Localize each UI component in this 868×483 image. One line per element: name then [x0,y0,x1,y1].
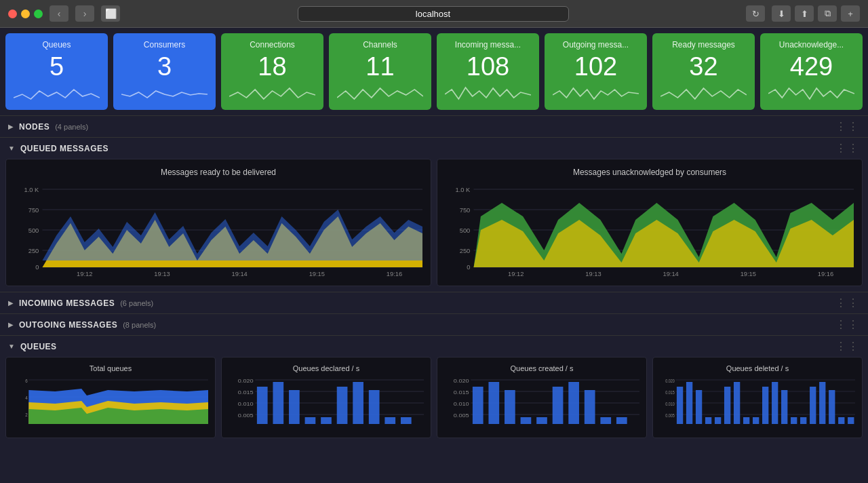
svg-rect-57 [353,382,363,424]
stat-label-ready: Ready messages [660,40,747,50]
download-button[interactable]: ⬇ [772,5,791,22]
svg-rect-75 [568,382,579,424]
svg-rect-56 [337,387,348,424]
stat-card-incoming[interactable]: Incoming messa... 108 [437,33,539,110]
svg-rect-89 [696,390,702,424]
stat-card-connections[interactable]: Connections 18 [221,33,323,110]
svg-text:0.010: 0.010 [454,402,469,407]
svg-rect-96 [762,387,768,424]
svg-text:0.015: 0.015 [665,389,675,395]
sparkline-outgoing [553,84,639,104]
svg-text:19:15: 19:15 [741,271,756,277]
queued-messages-title: QUEUED MESSAGES [20,144,108,153]
section-queued-messages[interactable]: ▼ QUEUED MESSAGES ⋮⋮ [0,137,868,159]
browser-actions: ⬇ ⬆ ⧉ + [772,5,860,22]
nodes-subtitle: (4 panels) [55,123,88,131]
svg-text:250: 250 [460,248,471,254]
svg-rect-97 [772,382,778,424]
svg-marker-28 [474,220,854,267]
chevron-queues-icon: ▼ [8,343,15,350]
svg-text:19:13: 19:13 [154,271,170,277]
queues-deleted-title: Queues deleted / s [660,364,855,372]
stat-value-channels: 11 [337,52,423,81]
incoming-dots-icon[interactable]: ⋮⋮ [835,296,860,309]
back-button[interactable]: ‹ [50,5,68,22]
fullscreen-button[interactable] [34,9,43,18]
svg-rect-88 [686,382,692,424]
chart-unack-title: Messages unacknowledged by consumers [446,168,854,177]
svg-rect-101 [810,387,816,424]
svg-text:250: 250 [28,248,39,254]
address-bar[interactable] [298,6,569,22]
queued-dots-icon[interactable]: ⋮⋮ [835,142,860,155]
svg-rect-105 [848,417,854,424]
chevron-nodes-icon: ▶ [8,123,14,130]
svg-rect-58 [369,390,380,424]
sparkline-ready [660,84,747,104]
svg-text:0.015: 0.015 [454,390,469,395]
section-incoming-messages[interactable]: ▶ INCOMING MESSAGES (6 panels) ⋮⋮ [0,292,868,313]
chart-unack-svg: 1.0 K 750 500 250 0 19:12 19:13 19:14 19… [446,182,854,277]
section-outgoing-messages[interactable]: ▶ OUTGOING MESSAGES (8 panels) ⋮⋮ [0,313,868,335]
stat-value-ready: 32 [660,52,747,81]
svg-text:0.010: 0.010 [665,401,675,406]
outgoing-dots-icon[interactable]: ⋮⋮ [835,318,860,331]
minimize-button[interactable] [21,9,30,18]
stat-card-queues[interactable]: Queues 5 [5,33,108,110]
stat-card-ready[interactable]: Ready messages 32 [652,33,755,110]
nodes-dots-icon[interactable]: ⋮⋮ [835,120,860,133]
svg-rect-92 [724,387,730,424]
stat-card-unack[interactable]: Unacknowledge... 429 [760,33,863,110]
share-button[interactable]: ⬆ [795,5,814,22]
section-nodes[interactable]: ▶ NODES (4 panels) ⋮⋮ [0,115,868,137]
sparkline-connections [229,84,315,104]
svg-rect-102 [819,382,825,424]
stat-value-incoming: 108 [445,52,531,81]
close-button[interactable] [8,9,17,18]
reload-button[interactable]: ↻ [746,5,765,22]
svg-text:19:13: 19:13 [585,271,601,277]
queues-deleted-area: 0.020 0.015 0.010 0.005 [660,376,855,431]
stat-card-outgoing[interactable]: Outgoing messa... 102 [545,33,647,110]
stat-value-connections: 18 [229,52,315,81]
svg-rect-69 [473,387,484,424]
svg-text:0.020: 0.020 [238,379,254,384]
window-button[interactable]: ⧉ [818,5,837,22]
total-queues-area: 6 4 2 [13,376,208,431]
queues-created-area: 0.020 0.015 0.010 0.005 [444,376,639,431]
chart-total-queues: Total queues 6 4 2 [5,357,216,438]
queues-declared-area: 0.020 0.015 0.010 0.005 [229,376,424,431]
stat-label-connections: Connections [229,40,315,50]
svg-text:0.020: 0.020 [454,379,469,384]
svg-text:0.015: 0.015 [238,390,254,395]
svg-rect-53 [289,390,300,424]
svg-rect-93 [734,382,740,424]
bottom-charts-row: Total queues 6 4 2 [0,357,868,444]
stat-card-consumers[interactable]: Consumers 3 [113,33,216,110]
stat-value-queues: 5 [14,52,100,81]
stat-label-unack: Unacknowledge... [768,40,854,50]
svg-text:2: 2 [25,412,27,418]
svg-text:500: 500 [28,227,39,234]
queues-dots-icon[interactable]: ⋮⋮ [835,340,860,353]
outgoing-messages-title: OUTGOING MESSAGES [19,320,117,330]
sparkline-consumers [121,84,208,104]
svg-rect-90 [705,417,711,424]
chart-ready-messages: Messages ready to be delivered 1.0 K 750… [5,159,431,286]
chart-ready-title: Messages ready to be delivered [14,168,422,177]
svg-rect-76 [585,390,595,424]
svg-text:500: 500 [460,227,471,234]
svg-rect-52 [273,382,283,424]
forward-button[interactable]: › [75,5,94,22]
incoming-messages-subtitle: (6 panels) [120,299,153,307]
svg-rect-72 [521,417,532,424]
svg-text:19:12: 19:12 [508,271,524,277]
svg-text:0: 0 [35,264,39,271]
layout-button[interactable]: ⬜ [101,5,120,22]
svg-rect-91 [715,417,721,424]
chart-queues-created: Queues created / s 0.020 0.015 0.010 0.0… [437,357,647,438]
plus-button[interactable]: + [841,5,860,22]
stat-value-consumers: 3 [121,52,208,81]
section-queues[interactable]: ▼ QUEUES ⋮⋮ [0,335,868,357]
stat-card-channels[interactable]: Channels 11 [329,33,431,110]
